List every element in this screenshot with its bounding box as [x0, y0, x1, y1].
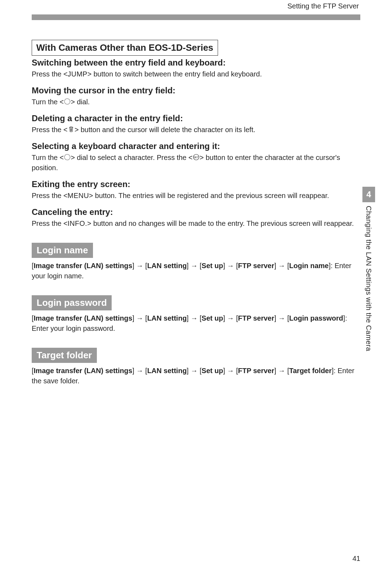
arrow-icon: → — [189, 314, 200, 322]
svg-point-1 — [64, 154, 70, 160]
path-a: Image transfer (LAN) settings — [34, 367, 132, 375]
s2-text-pre: Turn the < — [32, 98, 64, 106]
path-d: FTP server — [238, 314, 274, 322]
svg-point-0 — [64, 99, 70, 104]
path-e: Target folder — [289, 367, 332, 375]
side-tab: 4 Changing the LAN Settings with the Cam… — [362, 187, 375, 351]
s5-text-post: > button. The entries will be registered… — [89, 192, 329, 199]
arrow-icon: → — [276, 262, 287, 270]
arrow-icon: → — [189, 262, 200, 270]
s6-text-pre: Press the < — [32, 219, 68, 227]
s2-text-post: > dial. — [71, 98, 90, 106]
header-bar — [32, 14, 360, 20]
box-heading: With Cameras Other than EOS-1D-Series — [32, 40, 218, 56]
s4-heading: Selecting a keyboard character and enter… — [32, 141, 360, 151]
s3-text-post: > button and the cursor will delete the … — [75, 126, 255, 134]
path-a: Image transfer (LAN) settings — [34, 262, 132, 270]
s5-text-pre: Press the < — [32, 192, 68, 199]
arrow-icon: → — [189, 367, 200, 375]
s6-text-post: > button and no changes will be made to … — [87, 219, 354, 227]
arrow-icon: → — [134, 314, 145, 322]
arrow-icon: → — [225, 367, 236, 375]
login-password-path: [Image transfer (LAN) settings] → [LAN s… — [32, 313, 360, 334]
menu-button-label: MENU — [68, 192, 89, 199]
s6-heading: Canceling the entry: — [32, 207, 360, 217]
target-folder-tag: Target folder — [32, 348, 97, 363]
arrow-icon: → — [276, 367, 287, 375]
jump-button-label: JUMP — [68, 70, 87, 78]
path-b: LAN setting — [147, 262, 187, 270]
s4-body: Turn the <> dial to select a character. … — [32, 153, 360, 173]
login-name-path: [Image transfer (LAN) settings] → [LAN s… — [32, 261, 360, 281]
s3-text-pre: Press the < — [32, 126, 68, 134]
trash-icon — [68, 125, 75, 132]
arrow-icon: → — [225, 262, 236, 270]
info-button-label: INFO. — [68, 219, 87, 227]
arrow-icon: → — [134, 367, 145, 375]
s1-text-pre: Press the < — [32, 70, 68, 78]
s1-text-post: > button to switch between the entry fie… — [87, 70, 262, 78]
s4-text-pre: Turn the < — [32, 154, 64, 161]
path-c: Set up — [201, 314, 223, 322]
dial-icon — [64, 98, 71, 105]
path-d: FTP server — [238, 367, 274, 375]
path-b: LAN setting — [147, 314, 187, 322]
target-folder-path: [Image transfer (LAN) settings] → [LAN s… — [32, 366, 360, 386]
chapter-number: 4 — [362, 187, 375, 202]
s1-body: Press the <JUMP> button to switch betwee… — [32, 69, 360, 79]
chapter-label: Changing the LAN Settings with the Camer… — [362, 206, 373, 351]
s5-body: Press the <MENU> button. The entries wil… — [32, 191, 360, 201]
arrow-icon: → — [134, 262, 145, 270]
s1-heading: Switching between the entry field and ke… — [32, 58, 360, 68]
svg-text:SET: SET — [194, 156, 199, 159]
s3-body: Press the <> button and the cursor will … — [32, 125, 360, 135]
s4-text-mid: > dial to select a character. Press the … — [71, 154, 193, 161]
dial-icon — [64, 153, 71, 160]
s6-body: Press the <INFO.> button and no changes … — [32, 218, 360, 229]
path-c: Set up — [201, 262, 223, 270]
s2-heading: Moving the cursor in the entry field: — [32, 86, 360, 95]
s3-heading: Deleting a character in the entry field: — [32, 113, 360, 123]
path-a: Image transfer (LAN) settings — [34, 314, 132, 322]
path-b: LAN setting — [147, 367, 187, 375]
login-password-tag: Login password — [32, 295, 112, 310]
path-c: Set up — [201, 367, 223, 375]
login-name-tag: Login name — [32, 243, 93, 258]
path-d: FTP server — [238, 262, 274, 270]
s5-heading: Exiting the entry screen: — [32, 179, 360, 189]
arrow-icon: → — [225, 314, 236, 322]
s2-body: Turn the <> dial. — [32, 97, 360, 107]
arrow-icon: → — [276, 314, 287, 322]
header-title: Setting the FTP Server — [32, 0, 360, 10]
set-button-icon: SET — [193, 153, 200, 160]
page-number: 41 — [353, 555, 360, 563]
path-e: Login name — [289, 262, 329, 270]
path-e: Login password — [289, 314, 343, 322]
